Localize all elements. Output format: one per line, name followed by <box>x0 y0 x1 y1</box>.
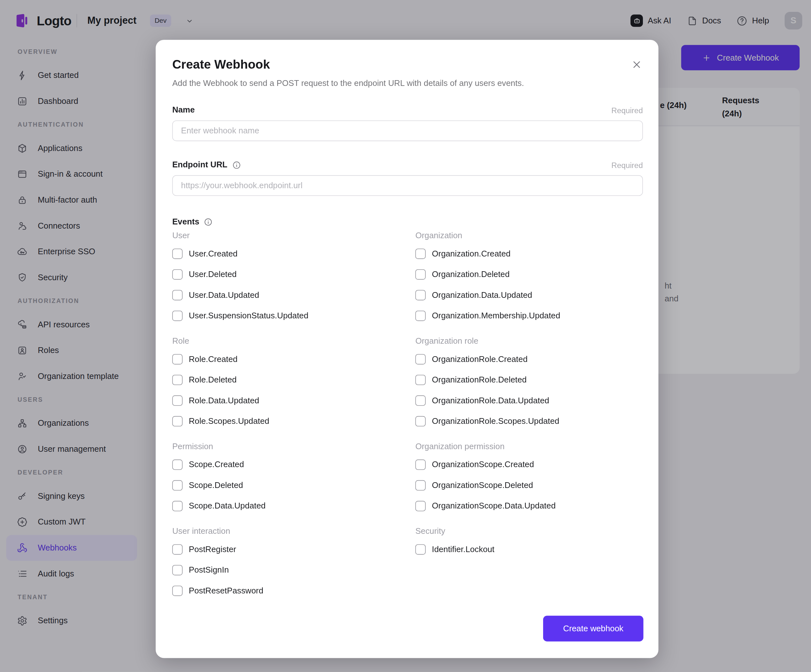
checkbox[interactable] <box>416 395 426 406</box>
events-label: Events <box>172 217 200 226</box>
event-label: Role.Scopes.Updated <box>188 416 269 426</box>
checkbox[interactable] <box>172 269 183 279</box>
event-row[interactable]: Role.Data.Updated <box>172 390 416 411</box>
event-row[interactable]: Role.Deleted <box>172 370 416 390</box>
checkbox[interactable] <box>416 311 426 321</box>
event-row[interactable]: PostRegister <box>172 539 416 560</box>
event-row[interactable]: Identifier.Lockout <box>416 539 643 560</box>
event-group-title: Security <box>416 527 643 539</box>
name-label: Name <box>172 105 195 115</box>
checkbox[interactable] <box>172 290 183 300</box>
event-group-security: Security Identifier.Lockout <box>416 516 643 601</box>
checkbox[interactable] <box>416 544 426 555</box>
event-row[interactable]: Scope.Created <box>172 454 416 475</box>
checkbox[interactable] <box>172 311 183 321</box>
checkbox[interactable] <box>416 459 426 470</box>
event-group-title: User <box>172 231 416 244</box>
close-button[interactable] <box>631 59 642 70</box>
event-label: Organization.Membership.Updated <box>432 311 560 321</box>
event-row[interactable]: Scope.Deleted <box>172 475 416 496</box>
event-label: OrganizationRole.Created <box>432 355 528 364</box>
event-label: OrganizationScope.Data.Updated <box>432 501 556 511</box>
checkbox[interactable] <box>172 375 183 385</box>
modal-title: Create Webhook <box>172 58 643 72</box>
checkbox[interactable] <box>172 480 183 491</box>
event-row[interactable]: OrganizationScope.Deleted <box>416 475 643 496</box>
event-label: Identifier.Lockout <box>432 545 494 554</box>
info-icon[interactable] <box>232 161 241 169</box>
event-group-title: Role <box>172 337 416 349</box>
checkbox[interactable] <box>172 459 183 470</box>
create-webhook-modal: Create Webhook Add the Webhook to send a… <box>156 40 658 658</box>
checkbox[interactable] <box>172 395 183 406</box>
checkbox[interactable] <box>172 354 183 364</box>
endpoint-url-label: Endpoint URL <box>172 160 227 169</box>
endpoint-required-badge: Required <box>611 161 643 169</box>
event-label: Role.Data.Updated <box>188 396 259 405</box>
event-groups: User User.Created User.Deleted User.Data… <box>172 228 643 601</box>
event-row[interactable]: User.Data.Updated <box>172 285 416 305</box>
event-label: PostResetPassword <box>188 586 263 595</box>
event-label: OrganizationScope.Deleted <box>432 481 533 490</box>
event-row[interactable]: Role.Scopes.Updated <box>172 411 416 432</box>
event-row[interactable]: OrganizationRole.Deleted <box>416 370 643 390</box>
event-row[interactable]: PostResetPassword <box>172 581 416 601</box>
event-row[interactable]: OrganizationRole.Scopes.Updated <box>416 411 643 432</box>
event-row[interactable]: OrganizationRole.Created <box>416 349 643 369</box>
close-icon <box>631 59 642 70</box>
event-row[interactable]: Scope.Data.Updated <box>172 496 416 516</box>
event-group-user: User User.Created User.Deleted User.Data… <box>172 228 416 326</box>
event-label: User.Created <box>188 249 238 258</box>
checkbox[interactable] <box>172 501 183 511</box>
event-label: OrganizationScope.Created <box>432 460 534 469</box>
create-webhook-submit-button[interactable]: Create webhook <box>543 616 643 642</box>
event-row[interactable]: Role.Created <box>172 349 416 369</box>
event-label: User.SuspensionStatus.Updated <box>188 311 308 321</box>
event-row[interactable]: Organization.Deleted <box>416 264 643 285</box>
checkbox[interactable] <box>416 249 426 259</box>
event-row[interactable]: Organization.Created <box>416 243 643 264</box>
checkbox[interactable] <box>416 269 426 279</box>
event-row[interactable]: OrganizationRole.Data.Updated <box>416 390 643 411</box>
event-label: User.Deleted <box>188 270 236 279</box>
event-row[interactable]: Organization.Membership.Updated <box>416 306 643 326</box>
endpoint-field-header: Endpoint URL Required <box>172 159 643 171</box>
endpoint-url-input[interactable] <box>172 175 643 196</box>
event-label: OrganizationRole.Deleted <box>432 375 526 384</box>
checkbox[interactable] <box>416 416 426 427</box>
event-row[interactable]: OrganizationScope.Data.Updated <box>416 496 643 516</box>
events-header: Events <box>172 215 643 228</box>
app-root: Logto My project Dev Ask AI <box>0 0 811 672</box>
event-row[interactable]: PostSignIn <box>172 560 416 580</box>
event-row[interactable]: Organization.Data.Updated <box>416 285 643 305</box>
checkbox[interactable] <box>416 480 426 491</box>
event-row[interactable]: User.Deleted <box>172 264 416 285</box>
checkbox[interactable] <box>416 354 426 364</box>
checkbox[interactable] <box>172 249 183 259</box>
name-field-header: Name Required <box>172 104 643 117</box>
event-group-organization-role: Organization role OrganizationRole.Creat… <box>416 326 643 432</box>
event-row[interactable]: User.Created <box>172 243 416 264</box>
checkbox[interactable] <box>172 586 183 596</box>
checkbox[interactable] <box>416 290 426 300</box>
webhook-name-input[interactable] <box>172 120 643 141</box>
event-group-user-interaction: User interaction PostRegister PostSignIn… <box>172 516 416 601</box>
event-label: OrganizationRole.Data.Updated <box>432 396 549 405</box>
event-label: PostRegister <box>188 545 236 554</box>
event-label: PostSignIn <box>188 565 229 575</box>
event-group-permission: Permission Scope.Created Scope.Deleted S… <box>172 432 416 516</box>
events-info-icon[interactable] <box>204 217 213 226</box>
checkbox[interactable] <box>416 375 426 385</box>
checkbox[interactable] <box>172 565 183 575</box>
event-label: Scope.Data.Updated <box>188 501 265 511</box>
event-row[interactable]: OrganizationScope.Created <box>416 454 643 475</box>
name-required-badge: Required <box>611 106 643 115</box>
modal-description: Add the Webhook to send a POST request t… <box>172 77 643 90</box>
event-label: Role.Deleted <box>188 375 236 384</box>
event-label: User.Data.Updated <box>188 291 259 300</box>
event-row[interactable]: User.SuspensionStatus.Updated <box>172 306 416 326</box>
event-label: Organization.Deleted <box>432 270 509 279</box>
checkbox[interactable] <box>172 416 183 427</box>
checkbox[interactable] <box>172 544 183 555</box>
checkbox[interactable] <box>416 501 426 511</box>
